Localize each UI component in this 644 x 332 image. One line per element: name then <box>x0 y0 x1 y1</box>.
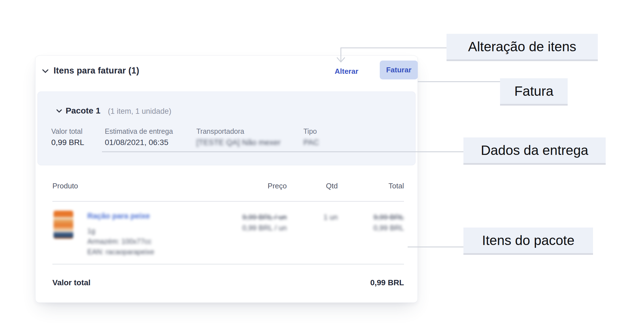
card-title: Itens para faturar (1) <box>54 66 139 76</box>
product-detail-weight-blurred: 1g <box>87 227 95 235</box>
callout-invoice: Fatura <box>500 78 568 106</box>
field-label-valor-total: Valor total <box>51 127 83 135</box>
footer-total-label: Valor total <box>52 278 90 287</box>
package-title: Pacote 1 <box>66 106 100 115</box>
callout-package-items: Itens do pacote <box>463 228 593 255</box>
callout-items-change: Alteração de itens <box>447 34 598 61</box>
product-detail-ean-blurred: EAN: racaoparapeixe <box>87 248 154 256</box>
footer-total-value: 0,99 BRL <box>348 278 404 287</box>
chevron-down-icon[interactable] <box>55 108 63 114</box>
column-header-total: Total <box>348 182 404 190</box>
qty-value-blurred: 1 un <box>281 212 338 222</box>
column-header-price: Preço <box>230 182 287 190</box>
alter-link[interactable]: Alterar <box>335 67 358 76</box>
table-header-divider <box>52 201 404 202</box>
product-name-link-blurred[interactable]: Ração para peixe <box>87 212 150 220</box>
chevron-down-icon[interactable] <box>41 68 50 74</box>
screenshot-stage: Itens para faturar (1) Alterar Faturar P… <box>0 0 644 332</box>
field-label-transportadora: Transportadora <box>196 127 244 135</box>
table-row-divider <box>52 264 404 264</box>
callout-delivery-data: Dados da entrega <box>463 137 606 165</box>
field-value-valor-total: 0,99 BRL <box>51 138 84 147</box>
qty-cell: 1 un <box>281 212 338 222</box>
total-cell: 9,99 BRL 0,99 BRL <box>348 212 404 233</box>
price-current-blurred: 0,99 BRL / un <box>230 222 287 233</box>
field-value-estimativa: 01/08/2021, 06:35 <box>105 138 168 147</box>
column-header-qty: Qtd <box>281 182 338 190</box>
field-label-tipo: Tipo <box>303 127 317 135</box>
total-original-blurred: 9,99 BRL <box>348 212 404 222</box>
price-original-blurred: 9,99 BRL / un <box>230 212 287 222</box>
package-subtitle: (1 item, 1 unidade) <box>108 107 171 116</box>
field-value-tipo-blurred: PAC <box>303 138 319 147</box>
invoice-button[interactable]: Faturar <box>380 61 418 79</box>
product-thumbnail[interactable] <box>54 211 73 239</box>
column-header-product: Produto <box>52 182 78 190</box>
field-label-estimativa: Estimativa de entrega <box>105 127 173 135</box>
field-value-transportadora-blurred: [TESTE QA] Não mexer <box>196 138 281 147</box>
total-current-blurred: 0,99 BRL <box>348 222 404 233</box>
price-cell: 9,99 BRL / un 0,99 BRL / un <box>230 212 287 233</box>
product-detail-warehouse-blurred: Armazém: 100x77cc <box>87 237 152 246</box>
